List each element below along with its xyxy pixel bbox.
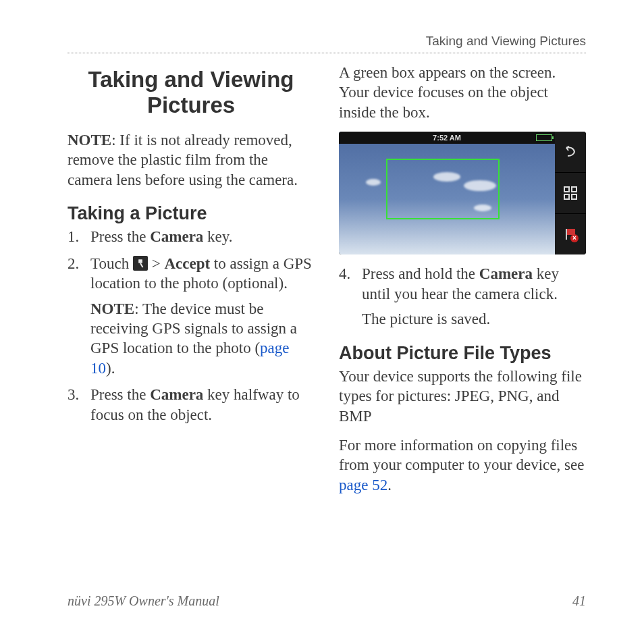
page-52-link[interactable]: page 52 (339, 477, 387, 493)
step-text: Press the (90, 228, 150, 245)
step-2: 2. Touch > Accept to assign a GPS locati… (68, 254, 315, 379)
camera-key-label: Camera (150, 386, 203, 403)
step-2-note: NOTE: The device must be receiving GPS s… (90, 299, 315, 379)
grid-button[interactable] (555, 173, 586, 214)
step-number: 1. (68, 227, 79, 246)
about-p2-tail: . (387, 477, 392, 493)
focus-description: A green box appears on the screen. Your … (339, 63, 586, 122)
status-bar: 7:52 AM (339, 132, 555, 144)
about-p1: Your device supports the following file … (339, 367, 586, 426)
viewfinder: 7:52 AM (339, 132, 555, 254)
step-1: 1. Press the Camera key. (68, 227, 315, 246)
breadcrumb-sep: > (148, 255, 164, 272)
right-column: A green box appears on the screen. Your … (339, 63, 586, 504)
camera-key-label: Camera (479, 265, 533, 282)
note-text: ). (106, 360, 115, 377)
section-about-heading: About Picture File Types (339, 343, 586, 364)
grid-icon (564, 186, 577, 200)
about-p2: For more information on copying files fr… (339, 435, 586, 495)
about-p2-text: For more information on copying files fr… (339, 437, 584, 473)
page-title: Taking and Viewing Pictures (68, 67, 315, 118)
steps-list: 1. Press the Camera key. 2. Touch > Acce… (68, 227, 315, 425)
running-head: Taking and Viewing Pictures (68, 34, 586, 53)
back-arrow-icon (564, 145, 577, 159)
step-4-after: The picture is saved. (362, 309, 586, 329)
cloud-graphic (366, 179, 381, 186)
footer-manual-title: nüvi 295W Owner's Manual (68, 593, 219, 609)
accept-label: Accept (164, 255, 210, 272)
note-label: NOTE (68, 132, 111, 149)
intro-note: NOTE: If it is not already removed, remo… (68, 130, 315, 190)
flag-button[interactable]: × (555, 214, 586, 254)
two-column-layout: Taking and Viewing Pictures NOTE: If it … (68, 63, 586, 504)
note-label: NOTE (90, 300, 134, 317)
steps-list-continued: 4. Press and hold the Camera key until y… (339, 264, 586, 329)
footer-page-number: 41 (572, 593, 586, 609)
left-column: Taking and Viewing Pictures NOTE: If it … (68, 63, 315, 504)
battery-icon (536, 134, 552, 141)
page-footer: nüvi 295W Owner's Manual 41 (68, 593, 586, 609)
status-time: 7:52 AM (433, 134, 461, 142)
step-text: Press and hold the (362, 265, 479, 282)
focus-box (386, 159, 500, 219)
step-4: 4. Press and hold the Camera key until y… (339, 264, 586, 329)
section-taking-heading: Taking a Picture (68, 203, 315, 224)
flag-off-icon: × (564, 227, 577, 241)
camera-screenshot: 7:52 AM × (339, 132, 586, 254)
step-text: key. (203, 228, 232, 245)
step-text: Touch (90, 255, 133, 272)
step-number: 2. (68, 254, 79, 273)
camera-side-toolbar: × (555, 132, 586, 254)
camera-key-label: Camera (150, 228, 203, 245)
pin-icon (133, 256, 148, 271)
step-3: 3. Press the Camera key halfway to focus… (68, 385, 315, 425)
step-number: 3. (68, 385, 79, 404)
step-number: 4. (339, 264, 350, 284)
step-text: Press the (90, 386, 150, 403)
back-button[interactable] (555, 132, 586, 173)
manual-page: Taking and Viewing Pictures Taking and V… (0, 0, 644, 644)
